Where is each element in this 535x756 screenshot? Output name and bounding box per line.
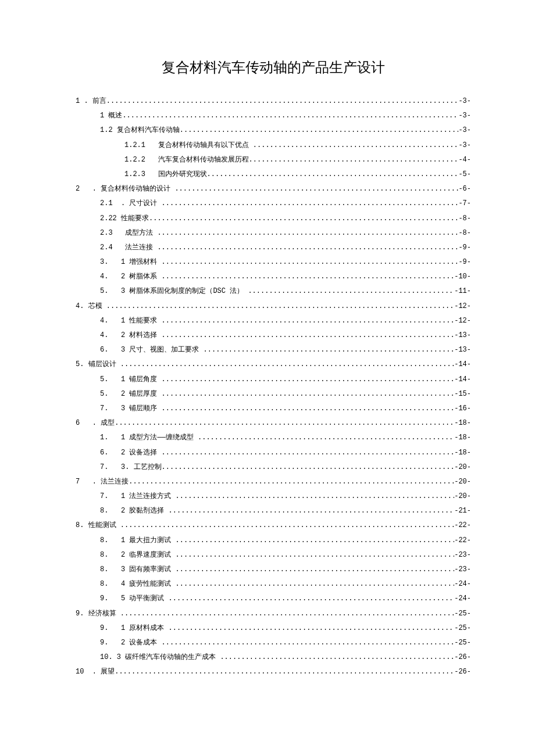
toc-label: 1 . 前言 xyxy=(76,94,106,109)
toc-label: 1.2.2 汽车复合材料传动轴发展历程 xyxy=(124,153,249,167)
toc-page: -14- xyxy=(454,357,471,372)
toc-label: 9. 2 设备成本 xyxy=(100,636,162,650)
toc-label: 8. 2 临界速度测试 xyxy=(100,548,176,562)
toc-label: 2.4 法兰连接 xyxy=(100,241,157,255)
toc-leader-dots xyxy=(169,592,455,606)
toc-row: 5. 铺层设计 -14- xyxy=(76,357,471,372)
toc-page: -7- xyxy=(458,196,471,211)
toc-page: -13- xyxy=(454,328,471,343)
toc-leader-dots xyxy=(174,182,458,196)
toc-label: 5. 铺层设计 xyxy=(76,357,120,372)
toc-leader-dots xyxy=(162,328,455,343)
toc-page: -12- xyxy=(454,314,471,328)
toc-row: 4. 1 性能要求 -12- xyxy=(76,314,471,328)
page-container: 复合材料汽车传动轴的产品生产设计 1 . 前言-3-1 概述-3-1.2 复合材… xyxy=(0,0,535,726)
toc-label: 5. 1 铺层角度 xyxy=(100,372,162,387)
toc-row: 8. 2 临界速度测试 -23- xyxy=(76,548,471,562)
toc-leader-dots xyxy=(162,255,459,270)
toc-leader-dots xyxy=(129,475,454,489)
toc-row: 9. 1 原材料成本 -25- xyxy=(76,621,471,636)
toc-row: 4. 芯模 -12- xyxy=(76,299,471,314)
toc-page: -3- xyxy=(458,109,471,123)
toc-leader-dots xyxy=(162,446,455,460)
toc-row: 7. 1 法兰连接方式 -20- xyxy=(76,489,471,504)
toc-page: -3- xyxy=(458,94,471,109)
toc-leader-dots xyxy=(120,357,454,372)
toc-row: 1 . 前言-3- xyxy=(76,94,471,109)
toc-row: 7. 3 铺层顺序 -16- xyxy=(76,402,471,416)
toc-row: 8. 3 固有频率测试 -23- xyxy=(76,562,471,577)
toc-label: 9. 1 原材料成本 xyxy=(100,621,169,636)
toc-leader-dots xyxy=(169,621,455,636)
toc-leader-dots xyxy=(157,241,458,255)
toc-leader-dots xyxy=(106,299,454,314)
toc-page: -10- xyxy=(454,270,471,284)
toc-label: 8. 4 疲劳性能测试 xyxy=(100,577,176,592)
toc-leader-dots xyxy=(220,650,454,665)
toc-label: 9. 5 动平衡测试 xyxy=(100,592,169,606)
toc-page: -25- xyxy=(454,621,471,636)
toc-label: 8. 2 胶黏剂选择 xyxy=(100,504,169,518)
toc-leader-dots xyxy=(162,372,455,387)
toc-label: 8. 3 固有频率测试 xyxy=(100,562,176,577)
toc-page: -13- xyxy=(454,343,471,357)
toc-row: 8. 性能测试 -22- xyxy=(76,518,471,533)
toc-page: -26- xyxy=(454,665,471,679)
toc-page: -25- xyxy=(454,607,471,621)
toc-page: -22- xyxy=(454,518,471,533)
toc-leader-dots xyxy=(162,196,459,211)
toc-leader-dots xyxy=(248,284,454,299)
toc-leader-dots xyxy=(176,562,455,577)
toc-label: 4. 芯模 xyxy=(76,299,106,314)
toc-page: -21- xyxy=(454,504,471,518)
toc-leader-dots xyxy=(253,138,459,153)
toc-row: 1.2.2 汽车复合材料传动轴发展历程-4- xyxy=(76,153,471,167)
toc-row: 2 . 复合材料传动轴的设计 -6- xyxy=(76,182,471,196)
toc-label: 6 . 成型 xyxy=(76,416,115,431)
toc-label: 1. 1 成型方法――缠绕成型 xyxy=(100,431,198,445)
toc-label: 8. 1 最大扭力测试 xyxy=(100,533,176,548)
toc-row: 2.3 成型方法 -8- xyxy=(76,226,471,241)
toc-label: 4. 1 性能要求 xyxy=(100,314,162,328)
toc-row: 1.2.3 国内外研究现状-5- xyxy=(76,167,471,182)
toc-leader-dots xyxy=(162,636,455,650)
toc-page: -11- xyxy=(454,284,471,299)
document-title: 复合材料汽车传动轴的产品生产设计 xyxy=(76,58,471,77)
toc-leader-dots xyxy=(204,343,455,357)
toc-label: 8. 性能测试 xyxy=(76,518,120,533)
toc-page: -24- xyxy=(454,577,471,592)
toc-label: 4. 2 树脂体系 xyxy=(100,270,162,284)
toc-row: 7. 3. 工艺控制-20- xyxy=(76,460,471,475)
toc-page: -3- xyxy=(458,123,471,138)
toc-row: 8. 2 胶黏剂选择 -21- xyxy=(76,504,471,518)
toc-label: 6. 3 尺寸、视图、加工要求 xyxy=(100,343,204,357)
toc-leader-dots xyxy=(176,533,455,548)
toc-row: 5. 3 树脂体系固化制度的制定（DSC 法） -11- xyxy=(76,284,471,299)
toc-label: 9. 经济核算 xyxy=(76,607,120,621)
toc-label: 2.22 性能要求 xyxy=(100,212,149,226)
table-of-contents: 1 . 前言-3-1 概述-3-1.2 复合材料汽车传动轴-3-1.2.1 复合… xyxy=(76,94,471,680)
toc-row: 7 . 法兰连接-20- xyxy=(76,475,471,489)
toc-row: 9. 5 动平衡测试 -24- xyxy=(76,592,471,606)
toc-label: 5. 2 铺层厚度 xyxy=(100,387,162,402)
toc-label: 5. 3 树脂体系固化制度的制定（DSC 法） xyxy=(100,284,248,299)
toc-label: 2.3 成型方法 xyxy=(100,226,157,241)
toc-leader-dots xyxy=(122,109,458,123)
toc-page: -22- xyxy=(454,533,471,548)
toc-row: 2.1 . 尺寸设计 -7- xyxy=(76,196,471,211)
toc-row: 10 . 展望-26- xyxy=(76,665,471,679)
toc-page: -18- xyxy=(454,431,471,445)
toc-row: 1.2.1 复合材料传动轴具有以下优点 -3- xyxy=(76,138,471,153)
toc-label: 1.2 复合材料汽车传动轴 xyxy=(100,123,180,138)
toc-label: 7. 1 法兰连接方式 xyxy=(100,489,176,504)
toc-leader-dots xyxy=(207,167,459,182)
toc-page: -3- xyxy=(458,138,471,153)
toc-leader-dots xyxy=(176,548,455,562)
toc-page: -15- xyxy=(454,387,471,402)
toc-row: 1.2 复合材料汽车传动轴-3- xyxy=(76,123,471,138)
toc-label: 10 . 展望 xyxy=(76,665,115,679)
toc-leader-dots xyxy=(162,402,455,416)
toc-row: 5. 2 铺层厚度 -15- xyxy=(76,387,471,402)
toc-leader-dots xyxy=(162,460,455,475)
toc-leader-dots xyxy=(120,518,454,533)
